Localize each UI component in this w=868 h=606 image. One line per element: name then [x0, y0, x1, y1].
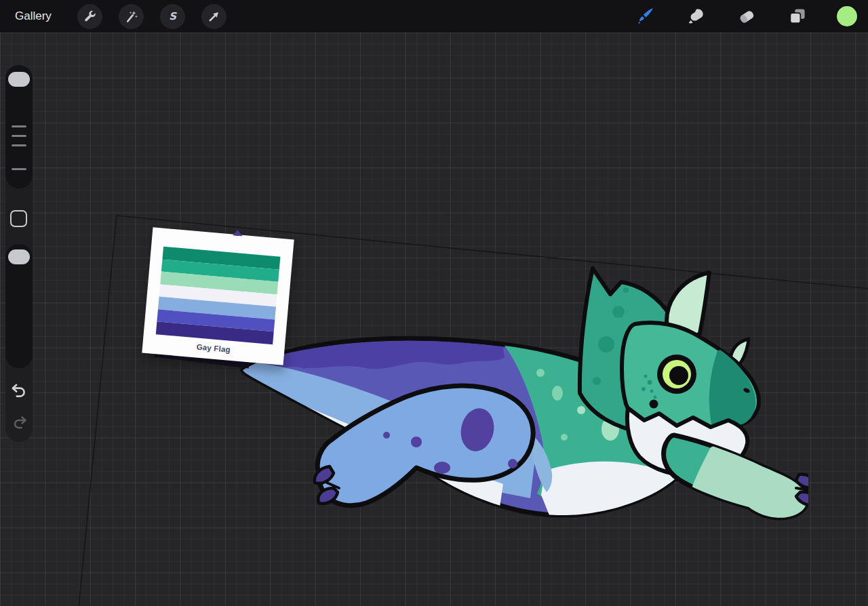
brush-icon: [635, 6, 655, 26]
redo-icon: [12, 415, 28, 431]
undo-icon: [10, 382, 28, 400]
brush-size-slider[interactable]: [5, 65, 33, 188]
wrench-icon: [83, 9, 97, 24]
smudge-icon: [686, 6, 706, 26]
brush-sidebar: [5, 65, 33, 442]
layers-icon: [787, 6, 808, 26]
slider-tick: [12, 144, 26, 146]
dinosaur-artwork: [239, 264, 808, 529]
eraser-button[interactable]: [735, 5, 758, 28]
brush-size-handle[interactable]: [8, 72, 30, 87]
flag-stripes: [156, 247, 281, 345]
selection-button[interactable]: S: [160, 4, 185, 29]
eraser-icon: [736, 6, 757, 26]
slider-tick: [12, 135, 26, 137]
opacity-handle[interactable]: [8, 249, 30, 264]
svg-text:S: S: [169, 10, 177, 22]
transform-button[interactable]: [201, 4, 226, 29]
opacity-slider[interactable]: [5, 244, 33, 368]
color-swatch-button[interactable]: [837, 6, 857, 26]
actions-button[interactable]: [77, 4, 102, 29]
paint-tools-group: [633, 5, 857, 28]
gallery-button[interactable]: Gallery: [15, 9, 52, 23]
procreate-canvas-screen: { "top_bar": { "background": "#121214", …: [0, 0, 868, 606]
undo-button[interactable]: [10, 382, 28, 400]
layers-button[interactable]: [786, 5, 809, 28]
top-toolbar: Gallery S: [0, 0, 868, 33]
selection-s-icon: S: [165, 9, 180, 24]
transform-arrow-icon: [207, 9, 221, 24]
reference-card-gay-flag: Gay Flag: [142, 227, 294, 365]
smudge-button[interactable]: [684, 5, 707, 28]
drawing-canvas[interactable]: Gay Flag: [0, 33, 868, 606]
slider-tick: [12, 168, 26, 170]
paint-brush-button[interactable]: [633, 5, 656, 28]
redo-button[interactable]: [12, 415, 28, 431]
adjustments-button[interactable]: [119, 4, 144, 29]
magic-wand-icon: [124, 9, 138, 24]
modify-button[interactable]: [10, 210, 27, 227]
slider-tick: [12, 125, 26, 127]
